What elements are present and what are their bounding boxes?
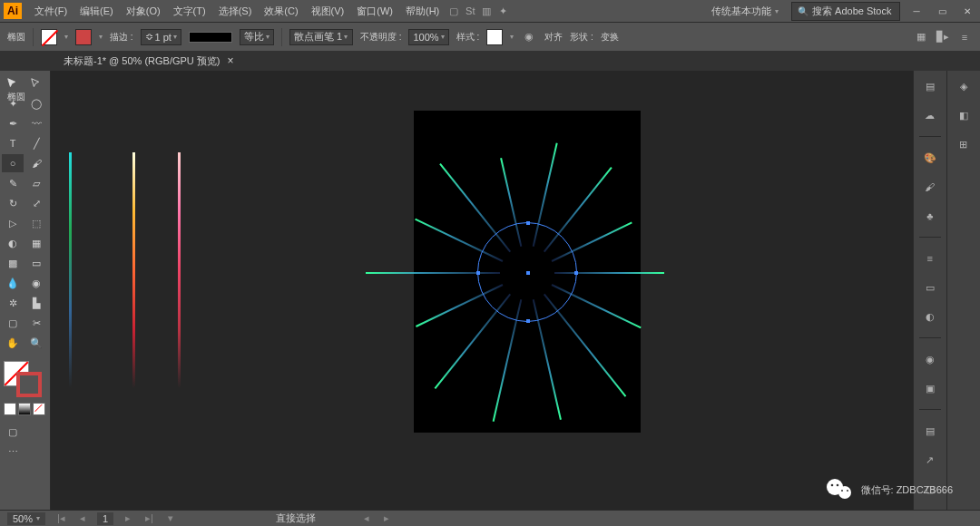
isolate-icon[interactable]: ▦: [913, 29, 929, 45]
opacity-input[interactable]: 100%▾: [408, 29, 448, 45]
zoom-tool[interactable]: 🔍: [25, 334, 47, 352]
style-swatch[interactable]: [486, 29, 503, 45]
artboard-number[interactable]: 1: [97, 512, 113, 525]
perspective-tool[interactable]: ▦: [25, 234, 47, 252]
menu-help[interactable]: 帮助(H): [400, 2, 445, 21]
minimize-button[interactable]: ─: [907, 5, 926, 17]
mesh-tool[interactable]: ▩: [2, 254, 24, 272]
graph-tool[interactable]: ▙: [25, 294, 47, 312]
screen-mode[interactable]: ▢: [2, 423, 24, 441]
arrange-icon[interactable]: ▥: [479, 4, 494, 18]
nav-last[interactable]: ▸|: [142, 512, 156, 524]
menu-edit[interactable]: 编辑(E): [74, 2, 119, 21]
close-tab-icon[interactable]: ×: [228, 54, 234, 67]
shape-builder-tool[interactable]: ◐: [2, 234, 24, 252]
color-guide-panel-icon[interactable]: ◧: [954, 105, 974, 125]
direct-selection-tool[interactable]: [25, 74, 47, 93]
stroke-ratio[interactable]: 等比▾: [240, 29, 274, 45]
swatches-panel-icon[interactable]: ◈: [954, 76, 974, 96]
stroke-panel-icon[interactable]: ≡: [920, 248, 940, 268]
align-panel-icon[interactable]: ⊞: [954, 134, 974, 154]
menu-select[interactable]: 选择(S): [213, 2, 258, 21]
stroke-profile[interactable]: [189, 32, 232, 43]
fill-swatch[interactable]: [41, 29, 57, 45]
menu-object[interactable]: 对象(O): [121, 2, 166, 21]
stock-icon[interactable]: St: [463, 4, 477, 18]
curvature-tool[interactable]: 〰: [25, 114, 47, 132]
brushes-panel-icon[interactable]: 🖌: [920, 177, 940, 197]
selection-tool[interactable]: [2, 74, 24, 93]
pencil-tool[interactable]: ✎: [2, 174, 24, 192]
type-tool[interactable]: T: [2, 134, 24, 152]
gradient-tool[interactable]: ▭: [25, 254, 47, 272]
nav-prev[interactable]: ◂: [77, 512, 88, 524]
stroke-swatch[interactable]: [75, 29, 92, 45]
eyedropper-tool[interactable]: 💧: [2, 274, 24, 292]
transform-label[interactable]: 变换: [601, 31, 619, 44]
gradient-panel-icon[interactable]: ▭: [920, 278, 940, 297]
close-button[interactable]: ✕: [958, 5, 976, 17]
symbols-panel-icon[interactable]: ♣: [920, 206, 940, 226]
symbol-sprayer-tool[interactable]: ✲: [2, 294, 24, 312]
layers-panel-icon[interactable]: ▤: [920, 421, 940, 441]
properties-panel-icon[interactable]: ▤: [920, 76, 940, 96]
nav-first[interactable]: |◂: [54, 512, 68, 524]
brush-definition[interactable]: 散点画笔 1▾: [289, 29, 353, 45]
paintbrush-tool[interactable]: 🖌: [25, 154, 47, 172]
scroll-left[interactable]: ◂: [361, 512, 372, 524]
scale-tool[interactable]: ⤢: [25, 194, 47, 212]
color-picker[interactable]: [2, 361, 44, 397]
maximize-button[interactable]: ▭: [933, 5, 951, 17]
eraser-tool[interactable]: ▱: [25, 174, 47, 192]
svg-point-5: [847, 490, 848, 492]
align-label[interactable]: 对齐: [544, 31, 563, 44]
menu-type[interactable]: 文字(T): [168, 2, 211, 21]
width-tool[interactable]: ▷: [2, 214, 24, 232]
gpu-icon[interactable]: ✦: [495, 4, 510, 18]
recolor-icon[interactable]: ◉: [521, 29, 537, 45]
line-tool[interactable]: ╱: [25, 134, 47, 152]
gradient-sample-3[interactable]: [178, 152, 181, 388]
menu-window[interactable]: 窗口(W): [351, 2, 398, 21]
ellipse-tool[interactable]: ○: [2, 154, 24, 172]
more-icon[interactable]: ≡: [956, 29, 973, 45]
gradient-sample-2[interactable]: [132, 152, 135, 388]
nav-next[interactable]: ▸: [122, 512, 133, 524]
color-mode-gradient[interactable]: [18, 403, 31, 415]
nav-menu[interactable]: ▾: [165, 512, 176, 524]
artboard-tool[interactable]: ▢: [2, 314, 24, 332]
color-mode-fill[interactable]: [4, 403, 16, 415]
color-panel-icon[interactable]: 🎨: [920, 148, 940, 168]
rotate-tool[interactable]: ↻: [2, 194, 24, 212]
hand-tool[interactable]: ✋: [2, 334, 24, 352]
transparency-panel-icon[interactable]: ◐: [920, 307, 940, 326]
magic-wand-tool[interactable]: ✦: [2, 94, 24, 112]
slice-tool[interactable]: ✂: [25, 314, 47, 332]
bridge-icon[interactable]: ▢: [446, 4, 461, 18]
scroll-right[interactable]: ▸: [381, 512, 392, 524]
search-input[interactable]: 🔍 搜索 Adobe Stock: [791, 2, 900, 21]
menu-file[interactable]: 文件(F): [29, 2, 73, 21]
selection-circle[interactable]: [477, 222, 577, 322]
lasso-tool[interactable]: ◯: [25, 94, 47, 112]
libraries-panel-icon[interactable]: ☁: [920, 105, 940, 125]
menu-view[interactable]: 视图(V): [306, 2, 350, 21]
gradient-sample-1[interactable]: [69, 152, 72, 388]
blend-tool[interactable]: ◉: [25, 274, 47, 292]
align-panel-icon[interactable]: ▊▸: [935, 29, 951, 45]
free-transform-tool[interactable]: ⬚: [25, 214, 47, 232]
shape-btn-label[interactable]: 形状 :: [570, 31, 593, 44]
asset-export-panel-icon[interactable]: ↗: [920, 450, 940, 470]
appearance-panel-icon[interactable]: ◉: [920, 349, 940, 369]
document-tab[interactable]: 未标题-1* @ 50% (RGB/GPU 预览) ×: [54, 52, 243, 71]
edit-toolbar[interactable]: ⋯: [2, 443, 24, 461]
canvas[interactable]: [51, 71, 913, 510]
graphic-styles-panel-icon[interactable]: ▣: [920, 378, 940, 398]
color-mode-none[interactable]: —: [33, 403, 45, 415]
stroke-color[interactable]: [16, 372, 42, 397]
stroke-weight-input[interactable]: ≎1 pt▾: [141, 29, 181, 45]
workspace-switcher[interactable]: 传统基本功能▾: [706, 3, 784, 20]
menu-effect[interactable]: 效果(C): [259, 2, 303, 21]
zoom-level[interactable]: 50%▾: [7, 512, 45, 525]
pen-tool[interactable]: ✒: [2, 114, 24, 132]
